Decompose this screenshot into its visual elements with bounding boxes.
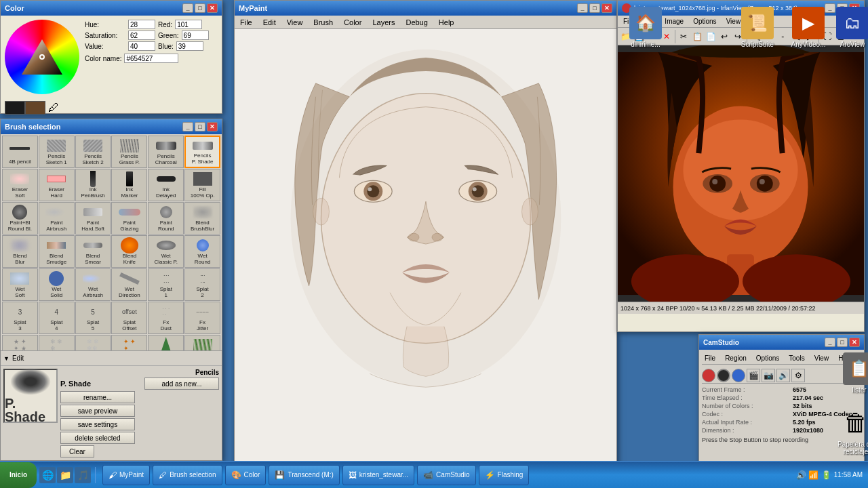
red-input[interactable] bbox=[175, 20, 202, 29]
brush-item-splat-5[interactable]: 5 Splat5 bbox=[75, 302, 111, 334]
brush-item-blur[interactable]: BlendBlur bbox=[2, 235, 38, 268]
brush-item-delayed[interactable]: InkDelayed bbox=[148, 169, 184, 201]
cam-icon4[interactable]: ⚙ bbox=[791, 369, 805, 382]
brush-item-tree[interactable]: FxTree bbox=[148, 335, 184, 350]
mypaint-maximize-btn[interactable]: □ bbox=[589, 3, 600, 13]
brush-item-sketch1[interactable]: PencilsSketch 1 bbox=[39, 136, 75, 168]
taskbar-kristen[interactable]: 🖼 kristen_stewar... bbox=[342, 465, 414, 485]
brush-item-wet-solid[interactable]: WetSolid bbox=[39, 268, 75, 301]
taskbar-transcend[interactable]: 💾 Transcend (M:) bbox=[269, 465, 339, 485]
mypaint-menu-edit[interactable]: Edit bbox=[260, 18, 279, 26]
brush-item-airbrush[interactable]: PaintAirbrush bbox=[39, 202, 75, 235]
cam-menu-file[interactable]: File bbox=[702, 354, 718, 362]
quick-ie-btn[interactable]: 🌐 bbox=[39, 467, 56, 483]
brush-item-hard-soft[interactable]: PaintHard.Soft bbox=[75, 202, 111, 235]
irfan-cut-btn[interactable]: ✂ bbox=[677, 29, 690, 44]
brush-item-grass-p[interactable]: PencilsGrass P. bbox=[111, 136, 147, 168]
cam-record-btn[interactable] bbox=[702, 369, 715, 382]
mypaint-menu-debug[interactable]: Debug bbox=[403, 18, 430, 26]
irfan-menu-options[interactable]: Options bbox=[690, 18, 719, 25]
brush-item-grass1[interactable]: FxGrass 1 bbox=[184, 335, 220, 350]
hue-input[interactable] bbox=[128, 20, 155, 29]
taskbar-brush-selection[interactable]: 🖊 Brush selection bbox=[153, 465, 222, 485]
cam-icon1[interactable]: 🎬 bbox=[747, 369, 760, 382]
cam-menu-view[interactable]: View bbox=[812, 354, 832, 362]
brush-item-eraser-hard[interactable]: EraserHard bbox=[39, 169, 75, 201]
brush-titlebar[interactable]: Brush selection _ □ ✕ bbox=[1, 119, 222, 134]
brush-maximize-btn[interactable]: □ bbox=[195, 122, 205, 131]
cam-maximize-btn[interactable]: □ bbox=[837, 338, 848, 347]
taskbar-flashing[interactable]: ⚡ Flashing bbox=[479, 465, 530, 485]
cam-menu-region[interactable]: Region bbox=[722, 354, 749, 362]
clear-btn[interactable]: Clear bbox=[60, 445, 94, 458]
brush-item-round[interactable]: PaintRound bbox=[148, 202, 184, 235]
brush-item-offset[interactable]: offset SplatOffset bbox=[111, 302, 147, 334]
mypaint-menu-help[interactable]: Help bbox=[436, 18, 457, 26]
irfan-copy-btn[interactable]: 📋 bbox=[691, 29, 704, 44]
brush-item-penbrush[interactable]: InkPenBrush bbox=[75, 169, 111, 201]
irfan-paste-btn[interactable]: 📄 bbox=[705, 29, 717, 44]
brush-item-splat-2[interactable]: ·· ·· ·· Splat2 bbox=[184, 268, 220, 301]
color-minimize-btn[interactable]: _ bbox=[182, 3, 193, 13]
sat-input[interactable] bbox=[128, 30, 155, 40]
cam-stop-btn[interactable] bbox=[717, 369, 730, 382]
brush-item-splat-4[interactable]: 4 Splat4 bbox=[39, 302, 75, 334]
brush-item-sketch2[interactable]: PencilsSketch 2 bbox=[75, 136, 111, 168]
cam-icon2[interactable]: 📷 bbox=[762, 369, 775, 382]
color-wheel[interactable] bbox=[5, 20, 79, 94]
desktop-icon-dlhirime[interactable]: 🏠 dlhirime... bbox=[624, 7, 667, 48]
brush-item-starfield[interactable]: ★ ✦✦ ★ FxStarfield bbox=[2, 335, 38, 350]
brush-item-round-bl[interactable]: Paint+BlRound Bl. bbox=[2, 202, 38, 235]
desktop-icon-scriptsuite[interactable]: 📜 ScriptSuite bbox=[736, 7, 779, 48]
brush-minimize-btn[interactable]: _ bbox=[182, 122, 193, 131]
delete-selected-btn[interactable]: delete selected bbox=[60, 432, 135, 444]
brush-item-wet-soft[interactable]: WetSoft bbox=[2, 268, 38, 301]
brush-close-btn[interactable]: ✕ bbox=[207, 122, 218, 131]
brush-item-smear[interactable]: BlendSmear bbox=[75, 235, 111, 268]
cam-minimize-btn[interactable]: _ bbox=[825, 338, 835, 347]
blue-input[interactable] bbox=[176, 41, 203, 51]
mypaint-menu-color[interactable]: Color bbox=[341, 18, 364, 26]
cam-pause-btn[interactable] bbox=[732, 369, 745, 382]
brush-item-4b-pencil[interactable]: 4B pencil bbox=[2, 136, 38, 168]
color-close-btn[interactable]: ✕ bbox=[207, 3, 218, 13]
swatch-background[interactable] bbox=[25, 101, 45, 115]
mypaint-canvas[interactable] bbox=[235, 29, 616, 467]
cam-icon3[interactable]: 🔊 bbox=[776, 369, 790, 382]
desktop-icon-arcview[interactable]: 🗂 ArcView bbox=[831, 7, 868, 48]
swatch-foreground[interactable] bbox=[5, 101, 25, 115]
brush-item-smudge[interactable]: BlendSmudge bbox=[39, 235, 75, 268]
taskbar-color[interactable]: 🎨 Color bbox=[225, 465, 267, 485]
taskbar-mypaint[interactable]: 🖌 MyPaint bbox=[102, 465, 150, 485]
cam-menu-options[interactable]: Options bbox=[753, 354, 782, 362]
brush-item-wet-round[interactable]: WetRound bbox=[184, 235, 220, 268]
eyedropper-icon[interactable]: 🖊 bbox=[48, 102, 59, 114]
brush-item-snow1[interactable]: ❄ ❄❄ FxSnow 1 bbox=[39, 335, 75, 350]
brush-item-direction[interactable]: WetDirection bbox=[111, 268, 147, 301]
taskbar-camstudio[interactable]: 📹 CamStudio bbox=[417, 465, 475, 485]
cam-titlebar[interactable]: CamStudio _ □ ✕ bbox=[699, 335, 864, 350]
brush-item-glazing[interactable]: PaintGlazing bbox=[111, 202, 147, 235]
desktop-icon-anyvideo[interactable]: ▶ AnyVideo... bbox=[787, 7, 830, 48]
brush-item-eraser-soft[interactable]: EraserSoft bbox=[2, 169, 38, 201]
save-preview-btn[interactable]: save preview bbox=[60, 405, 135, 417]
brush-item-fill-100[interactable]: Fill100% Op. bbox=[184, 169, 220, 201]
color-name-input[interactable] bbox=[124, 54, 178, 63]
brush-item-splat-3[interactable]: 3 Splat3 bbox=[2, 302, 38, 334]
brush-item-wet-airbrush[interactable]: WetAirbrush bbox=[75, 268, 111, 301]
brush-item-charcoal[interactable]: PencilsCharcoal bbox=[148, 136, 184, 168]
quick-media-btn[interactable]: 🎵 bbox=[75, 467, 91, 483]
rename-btn[interactable]: rename... bbox=[60, 391, 135, 403]
val-input[interactable] bbox=[128, 41, 155, 51]
start-button[interactable]: Inicio bbox=[0, 462, 37, 488]
color-wheel-container[interactable] bbox=[5, 20, 79, 94]
green-input[interactable] bbox=[182, 30, 209, 40]
system-tray-icons[interactable]: 🔊 📶 🔋 bbox=[796, 470, 831, 480]
brush-item-knife[interactable]: BlendKnife bbox=[111, 235, 147, 268]
brush-item-sparks[interactable]: ✦ ✦✦ FxSparks bbox=[111, 335, 147, 350]
mypaint-minimize-btn[interactable]: _ bbox=[577, 3, 588, 13]
cam-close-btn[interactable]: ✕ bbox=[849, 338, 860, 347]
brush-item-splat-1[interactable]: · · ·· · · Splat1 bbox=[148, 268, 184, 301]
mypaint-titlebar[interactable]: MyPaint _ □ ✕ bbox=[235, 1, 616, 16]
irfan-undo-btn[interactable]: ↩ bbox=[718, 29, 731, 44]
